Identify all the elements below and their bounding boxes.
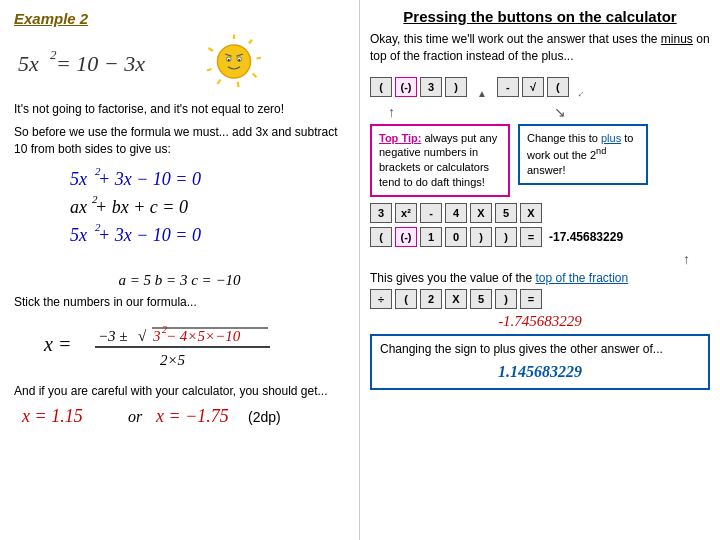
- svg-text:5x: 5x: [18, 51, 39, 76]
- svg-text:(2dp): (2dp): [248, 409, 281, 425]
- btn-3-1[interactable]: 3: [420, 77, 442, 97]
- right-desc: Okay, this time we'll work out the answe…: [370, 31, 710, 65]
- svg-text:3: 3: [152, 328, 161, 344]
- btn-div[interactable]: ÷: [370, 289, 392, 309]
- btn-minus-2[interactable]: -: [420, 203, 442, 223]
- btn-close-paren-2[interactable]: ): [470, 227, 492, 247]
- svg-text:+ 3x − 10 = 0: + 3x − 10 = 0: [98, 225, 201, 245]
- svg-text:x =: x =: [43, 333, 71, 355]
- btn-close-paren-3[interactable]: ): [495, 227, 517, 247]
- tip-and-change-row: Top Tip: always put any negative numbers…: [370, 124, 710, 197]
- svg-text:or: or: [128, 408, 143, 425]
- example-title: Example 2: [14, 10, 345, 27]
- btn-5-2[interactable]: 5: [470, 289, 492, 309]
- btn-open-paren-1[interactable]: (: [370, 77, 392, 97]
- btn-times-1[interactable]: X: [470, 203, 492, 223]
- formula-svg: 5x 2 = 10 − 3x: [14, 43, 194, 81]
- btn-open-paren-4[interactable]: (: [395, 289, 417, 309]
- btn-5-1[interactable]: 5: [495, 203, 517, 223]
- calc-row-4: ÷ ( 2 X 5 ) =: [370, 289, 710, 309]
- btn-neg-1[interactable]: (-): [395, 77, 417, 97]
- main-formula-row: 5x 2 = 10 − 3x: [14, 33, 345, 93]
- svg-point-3: [218, 45, 251, 78]
- svg-line-11: [209, 48, 214, 51]
- svg-text:x = 1.15: x = 1.15: [21, 406, 83, 426]
- minus-link: minus: [661, 32, 693, 46]
- and-if-text: And if you are careful with your calcula…: [14, 384, 345, 398]
- svg-point-14: [228, 59, 230, 61]
- calc-row-1b: - √ (: [497, 77, 569, 97]
- btn-3-2[interactable]: 3: [370, 203, 392, 223]
- changing-sign-text: Changing the sign to plus gives the othe…: [380, 341, 700, 358]
- right-title: Pressing the buttons on the calculator: [370, 8, 710, 25]
- svg-line-6: [257, 58, 262, 59]
- svg-text:5x: 5x: [70, 225, 87, 245]
- answer-row: x = 1.15 or x = −1.75 (2dp): [14, 402, 345, 430]
- btn-times-2[interactable]: X: [520, 203, 542, 223]
- desc1-text: It's not going to factorise, and it's no…: [14, 101, 345, 118]
- btn-0[interactable]: 0: [445, 227, 467, 247]
- final-answer: -1.745683229: [370, 313, 710, 330]
- x-formula-row: x = −3 ± √ 3 2 − 4×5×−10 2×5: [14, 313, 345, 378]
- btn-2[interactable]: 2: [420, 289, 442, 309]
- btn-equals-1[interactable]: =: [520, 227, 542, 247]
- svg-text:√: √: [138, 328, 147, 344]
- svg-line-8: [238, 82, 239, 87]
- svg-text:+ bx + c = 0: + bx + c = 0: [95, 197, 188, 217]
- btn-times-3[interactable]: X: [445, 289, 467, 309]
- abc-values: a = 5 b = 3 c = −10: [14, 272, 345, 289]
- sun-mascot: [204, 33, 264, 93]
- svg-text:5x: 5x: [70, 169, 87, 189]
- plus-link: plus: [601, 132, 621, 144]
- main-formula: 5x 2 = 10 − 3x: [14, 43, 194, 84]
- btn-4[interactable]: 4: [445, 203, 467, 223]
- final-number: 1.145683229: [380, 361, 700, 383]
- calc-row-2: 3 x² - 4 X 5 X: [370, 203, 710, 223]
- svg-text:ax: ax: [70, 197, 87, 217]
- svg-text:= 10 − 3x: = 10 − 3x: [56, 51, 145, 76]
- svg-line-9: [218, 80, 221, 85]
- answers-svg: x = 1.15 or x = −1.75 (2dp): [18, 402, 298, 430]
- svg-point-15: [238, 59, 240, 61]
- btn-close-paren-1[interactable]: ): [445, 77, 467, 97]
- change-box: Change this to plus to work out the 2nd …: [518, 124, 648, 185]
- btn-1[interactable]: 1: [420, 227, 442, 247]
- tip-label: Top Tip:: [379, 132, 421, 144]
- btn-close-paren-4[interactable]: ): [495, 289, 517, 309]
- x-formula-svg: x = −3 ± √ 3 2 − 4×5×−10 2×5: [40, 313, 320, 375]
- right-panel: Pressing the buttons on the calculator O…: [360, 0, 720, 540]
- svg-text:+ 3x − 10 = 0: + 3x − 10 = 0: [98, 169, 201, 189]
- svg-line-10: [207, 69, 212, 71]
- fraction-link: top of the fraction: [535, 271, 628, 285]
- calc-row-3: ( (-) 1 0 ) ) = -17.45683229: [370, 227, 710, 247]
- calc-row-1: ( (-) 3 ): [370, 77, 467, 97]
- this-gives-text: This gives you the value of the top of t…: [370, 271, 710, 285]
- btn-sqrt-1[interactable]: √: [522, 77, 544, 97]
- svg-line-7: [253, 74, 257, 78]
- tip-box: Top Tip: always put any negative numbers…: [370, 124, 510, 197]
- btn-open-paren-2[interactable]: (: [547, 77, 569, 97]
- svg-line-5: [249, 40, 252, 44]
- svg-text:− 4×5×−10: − 4×5×−10: [166, 328, 241, 344]
- btn-open-paren-3[interactable]: (: [370, 227, 392, 247]
- svg-text:−3 ±: −3 ±: [98, 328, 128, 344]
- btn-neg-2[interactable]: (-): [395, 227, 417, 247]
- result-1: -17.45683229: [549, 230, 623, 244]
- stick-text: Stick the numbers in our formula...: [14, 295, 345, 309]
- btn-equals-2[interactable]: =: [520, 289, 542, 309]
- btn-minus-1[interactable]: -: [497, 77, 519, 97]
- left-panel: Example 2 5x 2 = 10 − 3x: [0, 0, 360, 540]
- formulas-svg: 5x 2 + 3x − 10 = 0 ax 2 + bx + c = 0 5x …: [40, 163, 320, 263]
- changing-sign-box: Changing the sign to plus gives the othe…: [370, 334, 710, 390]
- formulas-block: 5x 2 + 3x − 10 = 0 ax 2 + bx + c = 0 5x …: [14, 163, 345, 266]
- btn-xsq[interactable]: x²: [395, 203, 417, 223]
- svg-text:2×5: 2×5: [160, 352, 186, 368]
- svg-text:x = −1.75: x = −1.75: [155, 406, 229, 426]
- desc2-text: So before we use the formula we must... …: [14, 124, 345, 158]
